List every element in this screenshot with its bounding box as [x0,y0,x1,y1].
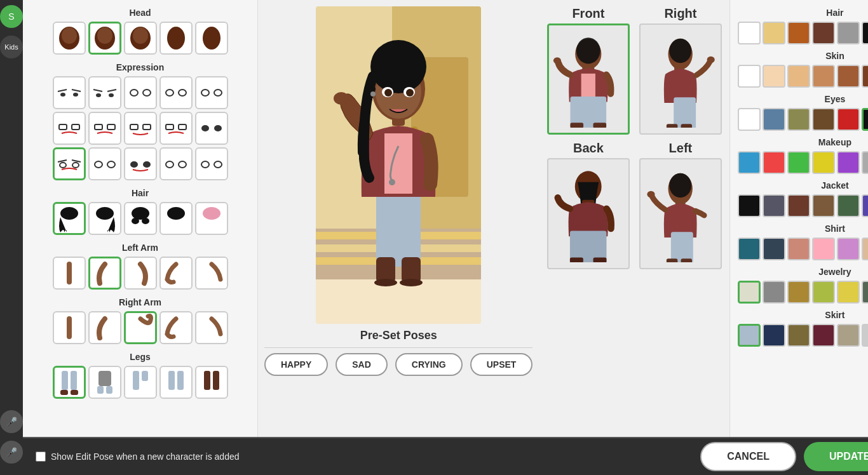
makeup-swatch-5[interactable] [862,151,868,174]
expr-10[interactable] [195,112,228,145]
skirt-swatch-4[interactable] [837,324,860,347]
hair-part-5[interactable] [195,202,228,235]
right-view-img[interactable] [639,23,722,135]
skin-swatch-1[interactable] [763,65,785,88]
expr-5[interactable] [195,76,228,109]
back-view-img[interactable] [547,158,630,269]
cancel-button[interactable]: CANCEL [700,442,796,471]
shirt-swatch-0[interactable] [738,238,761,260]
right-arm-3[interactable] [124,311,157,344]
expr-3[interactable] [124,76,157,109]
skirt-swatch-1[interactable] [763,324,785,347]
leg-2[interactable] [88,366,121,399]
eyes-swatch-5[interactable] [862,108,868,131]
expr-1[interactable] [53,76,86,109]
hair-swatch-4[interactable] [837,22,860,44]
hair-swatch-0[interactable] [738,22,761,44]
pose-sad-btn[interactable]: SAD [336,353,388,376]
expr-7[interactable] [88,112,121,145]
expr-9[interactable] [159,112,193,145]
jacket-swatch-3[interactable] [812,194,835,217]
skin-swatch-2[interactable] [787,65,810,88]
expr-2[interactable] [88,76,121,109]
expr-12[interactable] [88,147,121,180]
left-view-img[interactable] [639,158,722,269]
jewelry-swatch-1[interactable] [763,281,785,304]
skirt-swatch-3[interactable] [812,324,835,347]
makeup-swatch-3[interactable] [812,151,835,174]
eyes-swatch-2[interactable] [787,108,810,131]
pose-crying-btn[interactable]: CRYING [395,353,463,376]
hair-part-1[interactable] [53,202,86,235]
jacket-swatch-5[interactable] [862,194,868,217]
makeup-swatch-4[interactable] [837,151,860,174]
pose-happy-btn[interactable]: HAPPY [264,353,328,376]
head-part-2[interactable] [88,22,121,55]
expr-14[interactable] [159,147,193,180]
makeup-swatch-1[interactable] [763,151,785,174]
expr-8[interactable] [124,112,157,145]
jacket-swatch-0[interactable] [738,194,761,217]
leg-5[interactable] [195,366,228,399]
skin-swatch-4[interactable] [837,65,860,88]
show-edit-checkbox[interactable] [36,452,46,462]
eyes-swatch-4[interactable] [837,108,860,131]
left-arm-1[interactable] [53,257,86,290]
shirt-swatch-4[interactable] [837,238,860,260]
eyes-swatch-3[interactable] [812,108,835,131]
makeup-swatch-2[interactable] [787,151,810,174]
left-arm-5[interactable] [195,257,228,290]
left-arm-2[interactable] [88,257,121,290]
head-part-5[interactable] [195,22,228,55]
jewelry-swatch-2[interactable] [787,281,810,304]
jacket-swatch-1[interactable] [763,194,785,217]
sidebar-tab-kids[interactable]: Kids [0,36,23,58]
right-arm-1[interactable] [53,311,86,344]
hair-swatch-1[interactable] [763,22,785,44]
expr-4[interactable] [159,76,193,109]
shirt-swatch-2[interactable] [787,238,810,260]
expr-13[interactable] [124,147,157,180]
skin-swatch-3[interactable] [812,65,835,88]
hair-part-3[interactable] [124,202,157,235]
expr-15[interactable] [195,147,228,180]
head-part-4[interactable] [159,22,193,55]
shirt-swatch-1[interactable] [763,238,785,260]
skin-swatch-5[interactable] [862,65,868,88]
show-edit-label[interactable]: Show Edit Pose when a new character is a… [36,452,240,462]
hair-part-4[interactable] [159,202,193,235]
jacket-swatch-2[interactable] [787,194,810,217]
leg-3[interactable] [124,366,157,399]
left-arm-4[interactable] [159,257,193,290]
leg-1[interactable] [53,366,86,399]
mic-button-1[interactable]: 🎤 [0,410,23,433]
head-part-1[interactable] [53,22,86,55]
eyes-swatch-1[interactable] [763,108,785,131]
hair-part-2[interactable] [88,202,121,235]
jewelry-swatch-4[interactable] [837,281,860,304]
expr-11[interactable] [53,147,86,180]
skirt-swatch-2[interactable] [787,324,810,347]
front-view-img[interactable] [547,23,630,135]
jewelry-swatch-3[interactable] [812,281,835,304]
hair-swatch-2[interactable] [787,22,810,44]
leg-4[interactable] [159,366,193,399]
shirt-swatch-5[interactable] [862,238,868,260]
eyes-swatch-0[interactable] [738,108,761,131]
skirt-swatch-5[interactable] [862,324,868,347]
jewelry-swatch-5[interactable] [862,281,868,304]
head-part-3[interactable] [124,22,157,55]
left-arm-3[interactable] [124,257,157,290]
jewelry-swatch-0[interactable] [738,281,761,304]
expr-6[interactable] [53,112,86,145]
hair-swatch-5[interactable] [862,22,868,44]
skin-swatch-0[interactable] [738,65,761,88]
sidebar-tab-s[interactable]: S [0,5,23,28]
shirt-swatch-3[interactable] [812,238,835,260]
hair-swatch-3[interactable] [812,22,835,44]
jacket-swatch-4[interactable] [837,194,860,217]
mic-button-2[interactable]: 🎤 [0,441,23,464]
right-arm-5[interactable] [195,311,228,344]
pose-upset-btn[interactable]: UPSET [470,353,533,376]
makeup-swatch-0[interactable] [738,151,761,174]
